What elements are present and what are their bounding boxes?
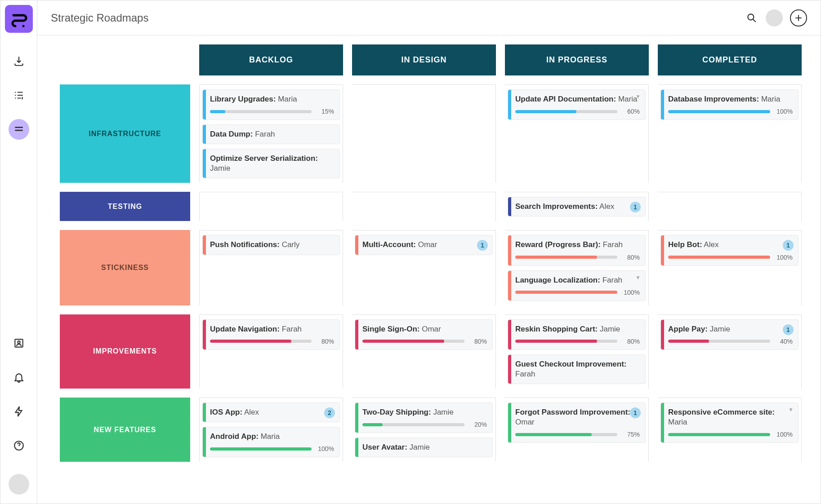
lane-label-improvements[interactable]: IMPROVEMENTS <box>60 314 190 389</box>
card-accent <box>355 235 358 254</box>
card-badge: 1 <box>783 324 794 335</box>
app-logo[interactable] <box>5 5 33 33</box>
card[interactable]: Update API Documentation: Maria▼60% <box>508 89 646 120</box>
list-icon[interactable] <box>9 85 29 106</box>
card-progress-row: 40% <box>668 338 793 345</box>
card-progress-row: 100% <box>668 431 793 438</box>
card[interactable]: Language Localization: Farah▼100% <box>508 270 646 301</box>
user-avatar-top[interactable] <box>766 9 783 27</box>
progress-bar-fill <box>668 433 770 436</box>
card-accent <box>203 235 206 254</box>
progress-bar-fill <box>515 433 592 436</box>
card-title: Reward (Progress Bar): Farah <box>515 240 640 250</box>
card-progress-row: 80% <box>515 338 640 345</box>
svg-point-4 <box>748 14 754 20</box>
progress-bar-fill <box>210 447 312 451</box>
card[interactable]: Update Navigation: Farah80% <box>202 319 340 350</box>
card[interactable]: Single Sign-On: Omar80% <box>355 319 493 350</box>
card-assignee: Maria <box>278 95 297 103</box>
card-assignee: Maria <box>261 432 280 441</box>
chevron-down-icon[interactable]: ▼ <box>635 93 641 100</box>
cell-improvements-backlog: Update Navigation: Farah80% <box>199 314 343 389</box>
card[interactable]: Apple Pay: Jamie140% <box>660 319 799 350</box>
card-accent <box>508 90 511 119</box>
card[interactable]: Two-Day Shipping: Jamie20% <box>355 402 493 433</box>
nav-top <box>9 51 29 140</box>
lightning-icon[interactable] <box>9 401 29 422</box>
lane-label-infrastructure[interactable]: INFRASTRUCTURE <box>60 84 190 183</box>
topbar: Strategic Roadmaps <box>37 0 821 35</box>
card[interactable]: Optimize Server Serialization: Jamie <box>202 149 340 178</box>
card-assignee: Omar <box>515 418 535 426</box>
card[interactable]: User Avatar: Jamie <box>355 438 493 457</box>
add-button[interactable] <box>790 9 807 27</box>
card-progress-row: 15% <box>210 108 334 115</box>
progress-percent: 60% <box>622 108 640 115</box>
chevron-down-icon[interactable]: ▼ <box>788 407 794 413</box>
progress-bar <box>515 433 617 436</box>
progress-percent: 100% <box>775 431 793 438</box>
card-title: IOS App: Alex <box>210 407 334 417</box>
cell-testing-in-progress: Search Improvements: Alex1 <box>505 192 649 221</box>
cell-testing-completed <box>658 192 802 221</box>
card-assignee: Maria <box>761 95 781 103</box>
card-accent <box>355 403 358 433</box>
card[interactable]: Search Improvements: Alex1 <box>508 197 646 217</box>
card-title: Push Notifications: Carly <box>210 240 334 250</box>
card[interactable]: Database Improvements: Maria100% <box>660 89 799 120</box>
progress-percent: 40% <box>775 338 793 345</box>
download-icon[interactable] <box>9 51 29 71</box>
card-progress-row: 100% <box>668 108 793 115</box>
progress-bar <box>210 340 312 343</box>
contact-icon[interactable] <box>9 333 29 354</box>
card[interactable]: Multi-Account: Omar1 <box>355 235 493 255</box>
lane-label-stickiness[interactable]: STICKINESS <box>60 230 190 305</box>
card[interactable]: Android App: Maria100% <box>202 427 340 457</box>
card[interactable]: Reward (Progress Bar): Farah80% <box>508 235 646 265</box>
progress-bar-fill <box>668 256 770 259</box>
search-icon[interactable] <box>745 11 759 25</box>
card[interactable]: Help Bot: Alex1100% <box>660 235 799 265</box>
cell-improvements-in-progress: Reskin Shopping Cart: Jamie80%Guest Chec… <box>505 314 649 389</box>
card-progress-row: 80% <box>362 338 487 345</box>
cell-testing-backlog <box>199 192 343 221</box>
progress-bar-fill <box>210 110 225 113</box>
card[interactable]: Guest Checkout Improvement: Farah <box>508 354 646 384</box>
card[interactable]: Push Notifications: Carly <box>202 235 340 255</box>
card-assignee: Omar <box>418 240 437 249</box>
card-progress-row: 20% <box>362 421 487 428</box>
cell-stickiness-completed: Help Bot: Alex1100% <box>658 230 802 305</box>
cell-improvements-in-design: Single Sign-On: Omar80% <box>352 314 496 389</box>
user-avatar-bottom[interactable] <box>9 474 29 495</box>
lane-label-testing[interactable]: TESTING <box>60 192 190 221</box>
card-assignee: Omar <box>422 325 441 333</box>
card-title: Optimize Server Serialization: Jamie <box>210 154 334 173</box>
help-icon[interactable] <box>9 435 29 456</box>
bell-icon[interactable] <box>9 367 29 388</box>
card[interactable]: Data Dump: Farah <box>202 124 340 144</box>
sidebar <box>0 0 37 504</box>
progress-bar-fill <box>515 291 617 294</box>
swimlane-icon[interactable] <box>9 119 29 140</box>
cell-infrastructure-in-progress: Update API Documentation: Maria▼60% <box>505 84 649 183</box>
logo-icon <box>10 10 28 28</box>
card-assignee: Alex <box>704 240 718 249</box>
chevron-down-icon[interactable]: ▼ <box>635 274 641 281</box>
card[interactable]: Forgot Password Improvement: Omar175% <box>508 402 646 443</box>
progress-bar <box>515 291 617 294</box>
card[interactable]: Responsive eCommerce site: Maria▼100% <box>660 402 799 443</box>
cell-testing-in-design <box>352 192 496 221</box>
progress-percent: 15% <box>316 108 334 115</box>
card-progress-row: 100% <box>515 289 640 296</box>
card[interactable]: Reskin Shopping Cart: Jamie80% <box>508 319 646 350</box>
card-accent <box>355 438 358 457</box>
page-title: Strategic Roadmaps <box>51 12 148 24</box>
card-title: Update API Documentation: Maria <box>515 94 640 104</box>
lane-label-newfeatures[interactable]: NEW FEATURES <box>60 398 190 462</box>
card-title: Language Localization: Farah <box>515 275 640 285</box>
progress-bar-fill <box>515 256 597 259</box>
card[interactable]: IOS App: Alex2 <box>202 402 340 422</box>
card-progress-row: 80% <box>210 338 334 345</box>
card[interactable]: Library Upgrades: Maria15% <box>202 89 340 120</box>
card-accent <box>661 320 664 349</box>
